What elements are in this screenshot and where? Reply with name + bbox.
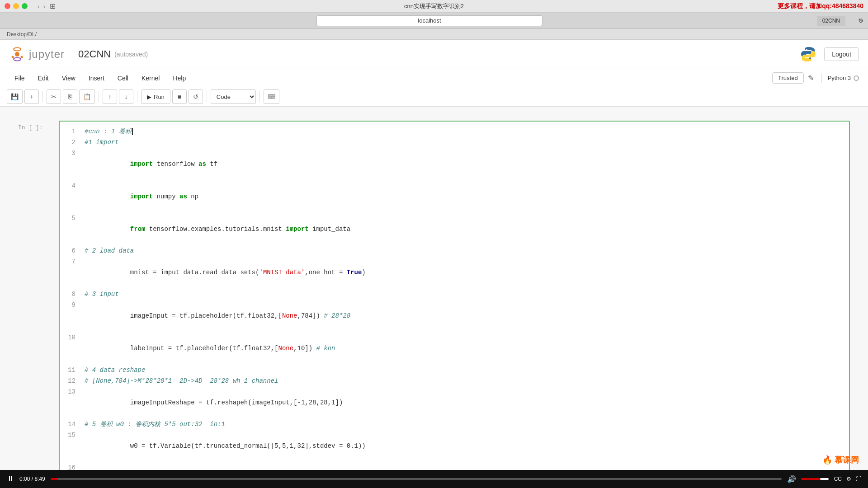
- nav-arrows: ‹ ›: [37, 3, 46, 10]
- add-cell-button[interactable]: +: [24, 89, 39, 104]
- line-content-11: # 4 data reshape: [85, 365, 842, 375]
- code-line-14: 14 # 5 卷积 w0 : 卷积内核 5*5 out:32 in:1: [66, 419, 842, 430]
- code-line-13: 13 imageInputReshape = tf.reshapeh(image…: [66, 386, 842, 419]
- cc-button[interactable]: CC: [834, 476, 842, 482]
- move-down-button[interactable]: ↓: [119, 89, 133, 104]
- line-content-12: # [None,784]->M*28*28*1 2D->4D 28*28 wh …: [85, 375, 842, 386]
- path-text: Desktop/DL/: [7, 31, 37, 38]
- line-num-16: 16: [66, 462, 75, 470]
- cell-in-label: In [ ]:: [18, 124, 43, 131]
- line-content-4: import numpy as np: [85, 180, 842, 213]
- browser-tab[interactable]: 02CNN: [817, 16, 845, 26]
- close-button[interactable]: [5, 3, 10, 9]
- python-icon: [799, 45, 817, 63]
- menu-insert[interactable]: Insert: [83, 72, 110, 84]
- address-text: localhost: [418, 17, 441, 24]
- current-time: 0:00: [19, 476, 30, 482]
- code-line-6: 6 # 2 load data: [66, 245, 842, 256]
- svg-point-3: [12, 56, 14, 58]
- new-tab-button[interactable]: +: [859, 16, 863, 25]
- logout-button[interactable]: Logout: [824, 47, 859, 61]
- settings-button[interactable]: ⚙: [846, 476, 851, 482]
- restart-button[interactable]: ↺: [189, 89, 203, 104]
- line-num-4: 4: [66, 180, 75, 213]
- line-content-7: mnist = imput_data.read_data_sets('MNIST…: [85, 256, 842, 289]
- paste-button[interactable]: 📋: [79, 89, 95, 104]
- keyboard-shortcut-button[interactable]: ⌨: [264, 89, 279, 104]
- line-content-16: b0 = tf.Variable(tf.constant(0.1,shape=[…: [85, 462, 842, 470]
- pause-button[interactable]: ⏸: [7, 475, 14, 483]
- toolbar-separator-5: [259, 91, 260, 102]
- total-time: 8:49: [34, 476, 45, 482]
- jupyter-header: jupyter 02CNN (autosaved) Logout: [0, 40, 868, 69]
- run-button[interactable]: ▶ Run: [141, 89, 170, 104]
- back-button[interactable]: ‹: [37, 3, 41, 10]
- minimize-button[interactable]: [13, 3, 19, 9]
- save-button[interactable]: 💾: [7, 89, 23, 104]
- maximize-button[interactable]: [22, 3, 28, 9]
- edit-icon[interactable]: ✎: [806, 72, 816, 84]
- fullscreen-button[interactable]: ⛶: [856, 476, 861, 482]
- fire-icon: 🔥: [822, 455, 832, 465]
- menu-edit[interactable]: Edit: [33, 72, 54, 84]
- forward-button[interactable]: ›: [42, 3, 47, 10]
- path-bar: Desktop/DL/: [0, 29, 868, 40]
- kernel-name: Python 3: [828, 75, 851, 81]
- sidebar-toggle-button[interactable]: ⊞: [50, 2, 56, 10]
- toolbar-separator-2: [99, 91, 99, 102]
- code-area: 1 #cnn : 1 卷积 2 #1 import 3 import tenso…: [60, 122, 849, 470]
- header-right: Logout: [799, 45, 859, 63]
- volume-icon[interactable]: 🔊: [787, 475, 796, 483]
- code-line-2: 2 #1 import: [66, 137, 842, 148]
- run-label: Run: [154, 94, 165, 100]
- toolbar: 💾 + ✂ ⎘ 📋 ↑ ↓ ▶ Run ■ ↺ Code ⌨: [0, 87, 868, 107]
- notebook-title[interactable]: 02CNN: [78, 48, 111, 60]
- window-controls: [5, 3, 28, 9]
- stop-button[interactable]: ■: [172, 89, 187, 104]
- copy-button[interactable]: ⎘: [63, 89, 77, 104]
- menu-view[interactable]: View: [57, 72, 81, 84]
- cut-button[interactable]: ✂: [47, 89, 61, 104]
- title-bar: ‹ › ⊞ cnn实现手写数字识别2 更多课程，请加qq:484683840: [0, 0, 868, 13]
- cell-label: In [ ]:: [18, 121, 54, 131]
- video-controls-right: CC ⚙ ⛶: [834, 476, 861, 482]
- progress-bar[interactable]: [51, 478, 782, 480]
- code-line-10: 10 labeInput = tf.placeholder(tf.float32…: [66, 332, 842, 365]
- line-content-3: import tensorflow as tf: [85, 148, 842, 180]
- mooc-logo: 🔥 慕课网: [822, 455, 859, 465]
- promo-text: 更多课程，请加qq:484683840: [778, 2, 863, 10]
- cell-container: In [ ]: 1 #cnn : 1 卷积 2 #1 import 3: [18, 121, 850, 470]
- svg-point-1: [14, 58, 21, 61]
- menu-file[interactable]: File: [9, 72, 30, 84]
- cell-type-select[interactable]: Code: [211, 89, 256, 104]
- line-num-14: 14: [66, 419, 75, 430]
- line-num-6: 6: [66, 245, 75, 256]
- menu-bar: File Edit View Insert Cell Kernel Help T…: [0, 69, 868, 87]
- line-num-10: 10: [66, 332, 75, 365]
- line-num-13: 13: [66, 386, 75, 419]
- code-line-5: 5 from tensorflow.examples.tutorials.mni…: [66, 213, 842, 245]
- toolbar-separator-3: [137, 91, 137, 102]
- menu-help[interactable]: Help: [167, 72, 191, 84]
- line-content-5: from tensorflow.examples.tutorials.mnist…: [85, 213, 842, 245]
- line-num-3: 3: [66, 148, 75, 180]
- toolbar-separator-4: [207, 91, 207, 102]
- code-line-12: 12 # [None,784]->M*28*28*1 2D->4D 28*28 …: [66, 375, 842, 386]
- volume-slider[interactable]: [802, 478, 829, 480]
- trusted-button[interactable]: Trusted: [772, 72, 804, 84]
- code-line-4: 4 import numpy as np: [66, 180, 842, 213]
- line-content-2: #1 import: [85, 137, 842, 148]
- menu-cell[interactable]: Cell: [112, 72, 134, 84]
- code-line-8: 8 # 3 input: [66, 289, 842, 300]
- line-num-9: 9: [66, 300, 75, 332]
- volume-fill: [802, 478, 821, 480]
- move-up-button[interactable]: ↑: [103, 89, 117, 104]
- progress-fill: [51, 478, 58, 480]
- code-line-3: 3 import tensorflow as tf: [66, 148, 842, 180]
- address-bar[interactable]: localhost: [316, 15, 542, 26]
- line-num-12: 12: [66, 375, 75, 386]
- browser-bar: localhost ↻ 02CNN +: [0, 13, 868, 29]
- svg-point-4: [21, 56, 23, 58]
- code-cell[interactable]: 1 #cnn : 1 卷积 2 #1 import 3 import tenso…: [59, 121, 850, 470]
- menu-kernel[interactable]: Kernel: [136, 72, 165, 84]
